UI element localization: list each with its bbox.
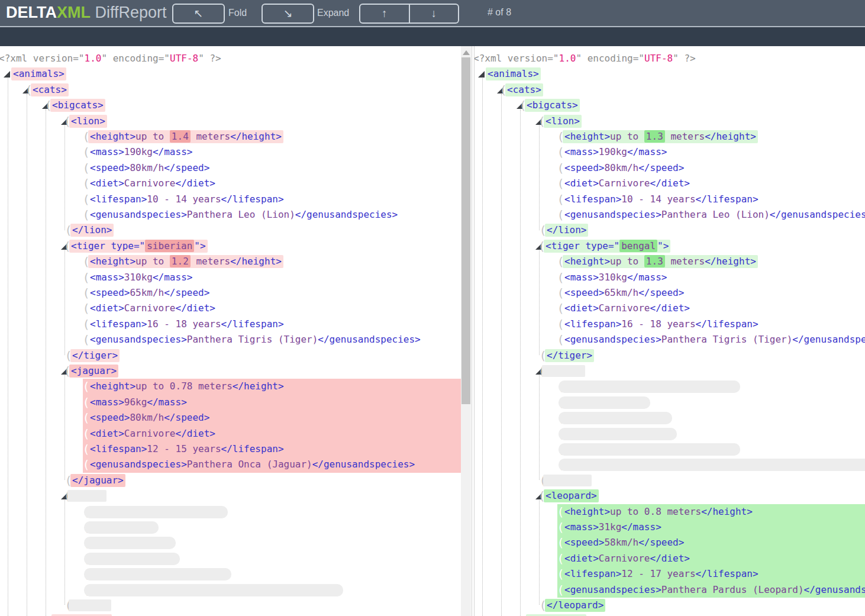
hidden-content-placeholder — [84, 553, 180, 565]
tag-token: <genusandspecies> — [90, 209, 187, 220]
text-token: 80km/h — [130, 412, 164, 423]
placeholder-line: ( — [0, 598, 461, 613]
xml-tag-content: <speed>80km/h</speed> — [563, 162, 686, 175]
hidden-content-placeholder — [84, 568, 231, 580]
xml-tag-content: <lifespan>10 - 14 years</lifespan> — [88, 193, 286, 206]
xml-tag-content: <mass>31kg</mass> — [563, 521, 663, 534]
tag-token: <speed> — [564, 537, 604, 548]
xml-tag-content: <jaguar> — [69, 365, 118, 378]
xml-tag-content: <diet>Carnivore</diet> — [88, 427, 217, 440]
text-token: 1.0 — [559, 53, 576, 64]
xml-line: (</leopard> — [475, 598, 865, 613]
tag-token: <bigcats> — [527, 99, 578, 111]
placeholder-line: ( — [475, 363, 865, 379]
expand-button[interactable]: ↘ — [262, 4, 314, 24]
xml-line: (<height>up to 1.3 meters</height> — [475, 254, 865, 269]
xml-tag-content: <diet>Carnivore</diet> — [88, 302, 217, 315]
logo-xml: XML — [57, 4, 91, 21]
scrollbar-up-arrow-icon[interactable] — [463, 50, 470, 55]
xml-declaration-line: <?xml version="1.0" encoding="UTF-8" ?> — [0, 51, 461, 66]
header-bar: DELTAXML DiffReport ↖ Fold ↘ Expand ↑ ↓ … — [0, 0, 865, 27]
xml-line: (<tiger type="bengal"> — [475, 238, 865, 254]
tag-token: <lion> — [546, 115, 580, 127]
tag-token: </lion> — [547, 224, 586, 236]
expand-collapse-icon[interactable] — [478, 71, 485, 78]
text-token: 65km/h — [130, 287, 164, 298]
xml-line: (</tiger> — [0, 348, 461, 363]
tag-token: </genusandspecies> — [804, 584, 865, 595]
xml-tag-content: <genusandspecies>Panthera Leo (Lion)</ge… — [88, 208, 399, 221]
xml-line: <animals> — [0, 66, 461, 82]
hidden-content-placeholder — [559, 428, 677, 440]
text-token: 16 - 18 years — [621, 318, 695, 330]
previous-diff-button[interactable]: ↑ — [360, 5, 410, 22]
expand-collapse-icon[interactable] — [4, 71, 10, 78]
tag-token: </speed> — [164, 162, 209, 173]
text-token: Panthera Pardus (Leopard) — [661, 584, 804, 595]
diffreport-window: DELTAXML DiffReport ↖ Fold ↘ Expand ↑ ↓ … — [0, 0, 865, 616]
sub-header-strip — [0, 27, 865, 46]
tag-token: </tiger> — [547, 350, 592, 361]
text-token: Carnivore — [124, 178, 176, 189]
tag-token: "> — [194, 240, 205, 251]
tag-token: </mass> — [153, 146, 192, 157]
tag-token: <diet> — [90, 302, 124, 314]
text-token: Carnivore — [599, 302, 650, 314]
changed-value: 1.3 — [644, 130, 665, 143]
text-token: " encoding=" — [576, 53, 644, 64]
next-diff-button[interactable]: ↓ — [410, 5, 459, 22]
text-token: up to — [610, 131, 644, 142]
tag-token: </diet> — [176, 428, 215, 439]
tag-token: </height> — [233, 380, 284, 392]
xml-tag-content: <cats> — [31, 83, 69, 96]
tag-token: <height> — [564, 256, 610, 267]
tag-token: </genusandspecies> — [295, 209, 398, 220]
expand-arrow-icon: ↘ — [283, 7, 293, 20]
xml-line: (<diet>Carnivore</diet> — [0, 426, 461, 441]
xml-tag-content: <tiger type="bengal"> — [544, 240, 670, 253]
xml-line: (</tiger> — [475, 348, 865, 363]
xml-tag-content: <mass>96kg</mass> — [88, 396, 189, 409]
tag-token: </height> — [230, 131, 282, 142]
xml-line: </bigcats> — [475, 613, 865, 616]
text-token: meters — [191, 256, 230, 267]
xml-tag-content: <diet>Carnivore</diet> — [563, 177, 692, 190]
text-token: " ?> — [673, 53, 696, 64]
up-arrow-icon: ↑ — [382, 7, 388, 20]
tag-token: </mass> — [627, 146, 667, 157]
tag-token: "> — [657, 240, 669, 251]
text-token: 190kg — [124, 146, 153, 157]
left-panel-scrollbar[interactable] — [461, 46, 471, 616]
xml-line: (<diet>Carnivore</diet> — [0, 176, 461, 191]
changed-value: 1.4 — [170, 130, 191, 143]
tag-token: </leopard> — [547, 599, 603, 611]
scrollbar-thumb[interactable] — [461, 57, 470, 404]
tag-token: <mass> — [564, 272, 599, 283]
text-token: 80km/h — [604, 162, 638, 173]
expand-button-label: Expand — [317, 8, 349, 18]
tag-token: <genusandspecies> — [90, 459, 187, 470]
tag-token: </speed> — [638, 162, 684, 173]
text-token: 31kg — [599, 521, 622, 533]
tag-token: <genusandspecies> — [564, 334, 661, 345]
text-token: UTF-8 — [170, 53, 198, 64]
tag-token: </genusandspecies> — [792, 334, 865, 345]
fold-button[interactable]: ↖ — [172, 4, 225, 24]
xml-line: </bigcats> — [0, 613, 461, 616]
tag-token: </diet> — [650, 553, 690, 564]
placeholder-line: ( — [0, 504, 461, 520]
xml-line: (<genusandspecies>Panthera Tigris (Tiger… — [0, 332, 461, 347]
fold-button-label: Fold — [228, 8, 247, 18]
placeholder-line: ( — [475, 379, 865, 394]
text-token: 310kg — [124, 272, 153, 283]
xml-tag-content: <bigcats> — [50, 99, 105, 112]
right-document-panel: <?xml version="1.0" encoding="UTF-8" ?><… — [475, 46, 865, 616]
xml-line: (<height>up to 1.4 meters</height> — [0, 129, 461, 144]
xml-line: (<mass>190kg</mass> — [475, 144, 865, 160]
placeholder-line: ( — [475, 473, 865, 488]
tag-token: </speed> — [164, 412, 209, 423]
tag-token: <mass> — [90, 146, 124, 157]
fold-arrow-icon: ↖ — [194, 7, 204, 20]
placeholder-line: ( — [0, 551, 461, 566]
xml-tag-content: <height>up to 1.3 meters</height> — [563, 255, 758, 268]
